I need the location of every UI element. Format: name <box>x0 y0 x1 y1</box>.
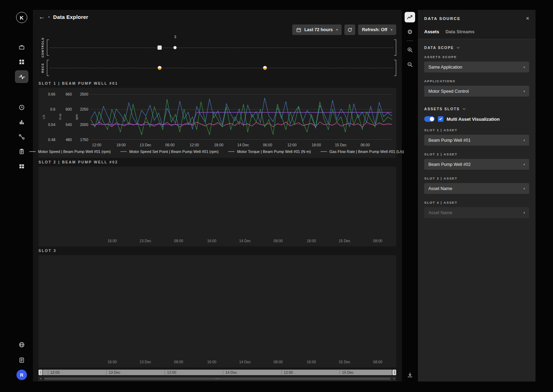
applications-select[interactable]: Motor Speed Control ▾ <box>424 86 529 97</box>
sidebar: K <box>10 10 33 382</box>
x-tick: 16:00 <box>207 360 216 364</box>
sidebar-item-briefcase[interactable] <box>15 41 28 53</box>
avatar-letter: R <box>20 372 23 378</box>
sidebar-item-data-explorer[interactable] <box>15 71 28 83</box>
legend-label: Motor Speed Set Point | Beam Pump Well #… <box>129 149 218 154</box>
sidebar-item-applications[interactable] <box>15 56 28 68</box>
multi-asset-checkbox[interactable] <box>438 116 443 122</box>
slot2-chart-panel[interactable]: 16:0013 Dec08:0016:0014 Dec08:0016:0015 … <box>38 167 396 246</box>
assets-slots-section-label: ASSETS SLOTS <box>424 107 460 111</box>
scrubber-bar[interactable]: 12:0013 Dec12:0014 Dec12:0015 Dec <box>43 370 392 375</box>
close-icon[interactable]: × <box>526 16 529 21</box>
legend-item[interactable]: Motor Torque | Beam Pump Well #01 (N·m) <box>228 149 311 154</box>
apps-grid-icon <box>19 59 25 65</box>
chevron-down-icon: ▾ <box>523 211 525 215</box>
rail-download-button[interactable] <box>405 370 415 380</box>
rail-zoom-in-button[interactable] <box>405 44 415 55</box>
document-icon <box>19 357 25 363</box>
legend-item[interactable]: Motor Speed | Beam Pump Well #01 (rpm) <box>29 149 111 154</box>
app-logo[interactable]: K <box>16 12 27 23</box>
legend-item[interactable]: Gas Flow Rate | Beam Pump Well #01 (L/s) <box>321 149 404 154</box>
controls-track: CONTROLS 3 <box>38 38 396 57</box>
assets-scope-select[interactable]: Same Application ▾ <box>424 62 529 72</box>
breadcrumb-dot: • <box>48 15 50 19</box>
scroll-right-icon[interactable]: ▸ <box>393 377 395 380</box>
x-tick: 08:00 <box>274 360 283 364</box>
asset-slot-select[interactable]: Beam Pump Well #02 ▾ <box>424 159 529 170</box>
y-tick: 480 <box>65 138 72 142</box>
applications-label: APPLICATIONS <box>424 79 529 83</box>
y-axis-unit: N·m <box>58 94 62 140</box>
rail-trend-button[interactable] <box>405 12 415 22</box>
y-axis: L/s 0.660.60.540.48 <box>41 94 58 140</box>
data-scope-section-header[interactable]: DATA SCOPE <box>424 46 529 50</box>
slot1-x-ticks: 12:0018:0013 Dec06:0012:0018:0014 Dec06:… <box>91 140 392 148</box>
x-tick: 12:00 <box>92 143 101 147</box>
scrubber-label: 12:00 <box>164 370 176 375</box>
chevron-down-icon: ▾ <box>523 163 525 166</box>
asset-slot-field: SLOT 2 | ASSET Beam Pump Well #02 ▾ <box>424 152 529 170</box>
briefcase-icon <box>19 44 25 50</box>
zoom-out-icon <box>407 62 413 68</box>
control-marker[interactable] <box>158 46 162 50</box>
tab-assets[interactable]: Assets <box>424 29 439 34</box>
y-axis-unit: rpm <box>74 94 79 140</box>
legend-item[interactable]: Motor Speed Set Point | Beam Pump Well #… <box>120 149 218 154</box>
check-icon <box>439 117 442 120</box>
sidebar-item-docs[interactable] <box>15 354 28 366</box>
assets-slots-section-header[interactable]: ASSETS SLOTS <box>424 107 529 111</box>
sidebar-item-dashboards[interactable] <box>15 160 28 172</box>
x-tick: 06:00 <box>165 143 174 147</box>
time-range-button[interactable]: Last 72 hours ▾ <box>292 24 342 35</box>
waveform-icon <box>19 74 25 80</box>
section-break <box>424 103 529 107</box>
page-title: Data Explorer <box>53 14 88 20</box>
scrollbar-grip-icon <box>216 378 219 379</box>
scrubber-label: 14 Dec <box>223 370 237 375</box>
scrubber-handle-left[interactable] <box>38 370 42 375</box>
sidebar-bottom: R <box>15 339 28 382</box>
x-tick: 08:00 <box>373 360 382 364</box>
sidebar-nav <box>15 41 28 172</box>
slot1-title: SLOT 1 | BEAM PUMP WELL #01 <box>38 81 396 85</box>
x-tick: 08:00 <box>174 239 183 243</box>
recommendation-marker[interactable] <box>158 66 162 70</box>
asset-slot-value: Asset Name <box>428 210 452 215</box>
scrubber-handle-right[interactable] <box>392 370 396 375</box>
recommendation-marker[interactable] <box>263 66 267 70</box>
asset-slot-select[interactable]: Asset Name ▾ <box>424 183 529 194</box>
asset-slot-select[interactable]: Beam Pump Well #01 ▾ <box>424 135 529 146</box>
multi-asset-toggle[interactable] <box>424 116 435 122</box>
scrubber-label: 12:00 <box>281 370 293 375</box>
x-tick: 16:00 <box>207 239 216 243</box>
sidebar-item-history[interactable] <box>15 102 28 113</box>
controls-track-label: CONTROLS <box>38 37 47 57</box>
sidebar-item-tasks[interactable] <box>15 146 28 158</box>
refresh-mode-label: Refresh: Off <box>362 27 387 32</box>
tab-data-streams[interactable]: Data Streams <box>446 29 475 34</box>
slot3-chart-panel[interactable]: 16:0013 Dec08:0016:0014 Dec08:0016:0015 … <box>38 255 396 368</box>
sidebar-item-globe[interactable] <box>15 339 28 351</box>
back-button[interactable]: ← <box>38 14 45 20</box>
scroll-left-icon[interactable]: ◂ <box>40 377 41 380</box>
y-axis-ticks: 0.660.60.540.48 <box>46 94 58 140</box>
x-tick: 18:00 <box>214 143 223 147</box>
control-marker[interactable] <box>174 46 177 49</box>
refresh-mode-button[interactable]: Refresh: Off ▾ <box>358 24 396 35</box>
slot1-plot[interactable] <box>91 94 392 140</box>
chevron-down-icon: ▾ <box>523 90 525 93</box>
assets-scope-label: ASSETS SCOPE <box>424 55 529 59</box>
user-avatar[interactable]: R <box>16 370 27 380</box>
legend-swatch-icon <box>321 151 327 152</box>
x-tick: 13 Dec <box>140 143 151 147</box>
sidebar-item-workflows[interactable] <box>15 131 28 143</box>
rail-zoom-out-button[interactable] <box>405 59 415 70</box>
sidebar-item-charts[interactable] <box>15 116 28 128</box>
asset-slot-select[interactable]: Asset Name ▾ <box>424 207 529 218</box>
scrollbar-thumb[interactable] <box>44 378 391 380</box>
rail-settings-button[interactable]: ⚙ <box>405 27 415 37</box>
x-tick: 14 Dec <box>237 143 249 147</box>
refresh-button[interactable] <box>344 24 355 35</box>
slot3-title: SLOT 3 <box>38 248 396 253</box>
assets-scope-value: Same Application <box>428 65 462 70</box>
